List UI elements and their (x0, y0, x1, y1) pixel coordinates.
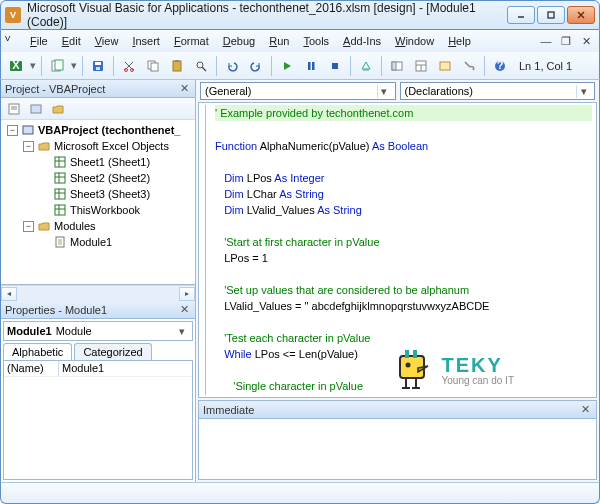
dropdown-icon[interactable]: ▾ (29, 59, 37, 72)
code-line: LValid_Values = " abcdefghijklmnopqrstuv… (215, 298, 592, 314)
menu-view[interactable]: View (88, 33, 126, 49)
dropdown-icon[interactable]: ▾ (70, 59, 78, 72)
mdi-close-button[interactable]: ✕ (577, 33, 595, 49)
code-line (215, 362, 592, 378)
properties-object-combo[interactable]: Module1 Module ▾ (3, 321, 193, 341)
project-panel-header: Project - VBAProject ✕ (1, 80, 195, 98)
property-value[interactable]: Module1 (59, 361, 192, 376)
menu-help[interactable]: Help (441, 33, 478, 49)
view-excel-icon[interactable]: X (5, 55, 27, 77)
close-button[interactable] (567, 6, 595, 24)
svg-rect-10 (96, 67, 100, 70)
code-procedure-combo[interactable]: (Declarations)▾ (400, 82, 596, 100)
toolbox-icon[interactable] (458, 55, 480, 77)
properties-grid[interactable]: (Name) Module1 (3, 360, 193, 480)
app-icon: V (5, 7, 21, 23)
tree-project-root[interactable]: −VBAProject (techonthenet_ (3, 122, 193, 138)
copy-icon[interactable] (142, 55, 164, 77)
mdi-restore-button[interactable]: ❐ (557, 33, 575, 49)
tree-folder-excel-objects[interactable]: −Microsoft Excel Objects (3, 138, 193, 154)
svg-rect-44 (55, 189, 65, 199)
menubar: V FileEditViewInsertFormatDebugRunToolsA… (0, 30, 600, 52)
code-editor[interactable]: ' Example provided by techonthenet.com F… (198, 102, 597, 398)
insert-module-icon[interactable] (46, 55, 68, 77)
code-line: 'Set up values that are considered to be… (215, 282, 592, 298)
tree-sheet2[interactable]: Sheet2 (Sheet2) (3, 170, 193, 186)
design-mode-icon[interactable] (355, 55, 377, 77)
svg-rect-26 (392, 62, 396, 70)
menu-window[interactable]: Window (388, 33, 441, 49)
chevron-down-icon[interactable]: ▾ (576, 85, 590, 98)
svg-rect-16 (151, 63, 158, 71)
svg-rect-47 (55, 205, 65, 215)
view-code-icon[interactable] (4, 99, 24, 119)
menu-edit[interactable]: Edit (55, 33, 88, 49)
maximize-button[interactable] (537, 6, 565, 24)
minimize-button[interactable] (507, 6, 535, 24)
mdi-minimize-button[interactable]: — (537, 33, 555, 49)
toggle-folders-icon[interactable] (48, 99, 68, 119)
properties-panel-close-icon[interactable]: ✕ (177, 303, 191, 317)
code-object-combo[interactable]: (General)▾ (200, 82, 396, 100)
project-explorer-icon[interactable] (386, 55, 408, 77)
code-line: Dim LChar As String (215, 186, 592, 202)
chevron-down-icon[interactable]: ▾ (175, 325, 189, 338)
break-icon[interactable] (300, 55, 322, 77)
code-line: While LPos <= Len(pValue) (215, 346, 592, 362)
menu-tools[interactable]: Tools (296, 33, 336, 49)
immediate-window[interactable]: Immediate✕ (198, 400, 597, 480)
menu-run[interactable]: Run (262, 33, 296, 49)
svg-rect-36 (31, 105, 41, 113)
project-tree[interactable]: −VBAProject (techonthenet_ −Microsoft Ex… (1, 120, 195, 285)
tab-alphabetic[interactable]: Alphabetic (3, 343, 72, 360)
svg-rect-37 (23, 126, 33, 134)
code-line (215, 266, 592, 282)
tree-sheet3[interactable]: Sheet3 (Sheet3) (3, 186, 193, 202)
code-line (215, 122, 592, 138)
svg-rect-38 (55, 157, 65, 167)
svg-rect-9 (95, 62, 101, 65)
tab-categorized[interactable]: Categorized (74, 343, 151, 360)
svg-point-13 (125, 68, 128, 71)
svg-text:X: X (12, 59, 20, 71)
chevron-down-icon[interactable]: ▾ (377, 85, 391, 98)
property-row[interactable]: (Name) Module1 (4, 361, 192, 377)
statusbar (0, 482, 600, 504)
toolbar: X ▾ ▾ ? Ln 1, Col 1 (0, 52, 600, 80)
code-line: 'Start at first character in pValue (215, 234, 592, 250)
view-object-icon[interactable] (26, 99, 46, 119)
reset-icon[interactable] (324, 55, 346, 77)
tree-module1[interactable]: Module1 (3, 234, 193, 250)
cut-icon[interactable] (118, 55, 140, 77)
menu-format[interactable]: Format (167, 33, 216, 49)
svg-rect-18 (175, 60, 179, 62)
svg-line-20 (202, 67, 206, 71)
redo-icon[interactable] (245, 55, 267, 77)
help-icon[interactable]: ? (489, 55, 511, 77)
properties-panel: Properties - Module1 ✕ Module1 Module ▾ … (1, 301, 195, 482)
system-menu-icon[interactable]: V (5, 34, 19, 48)
svg-rect-23 (332, 63, 338, 69)
save-icon[interactable] (87, 55, 109, 77)
code-line: LPos = 1 (215, 250, 592, 266)
project-hscroll[interactable]: ◂▸ (1, 285, 195, 301)
code-line: 'Test each character in pValue (215, 330, 592, 346)
properties-window-icon[interactable] (410, 55, 432, 77)
menu-debug[interactable]: Debug (216, 33, 262, 49)
tree-thisworkbook[interactable]: ThisWorkbook (3, 202, 193, 218)
immediate-body[interactable] (199, 419, 596, 479)
tree-sheet1[interactable]: Sheet1 (Sheet1) (3, 154, 193, 170)
menu-add-ins[interactable]: Add-Ins (336, 33, 388, 49)
immediate-close-icon[interactable]: ✕ (578, 403, 592, 417)
paste-icon[interactable] (166, 55, 188, 77)
project-panel-close-icon[interactable]: ✕ (177, 82, 191, 96)
find-icon[interactable] (190, 55, 212, 77)
svg-rect-17 (173, 61, 181, 71)
menu-insert[interactable]: Insert (125, 33, 167, 49)
undo-icon[interactable] (221, 55, 243, 77)
run-icon[interactable] (276, 55, 298, 77)
tree-folder-modules[interactable]: −Modules (3, 218, 193, 234)
object-browser-icon[interactable] (434, 55, 456, 77)
svg-text:?: ? (497, 59, 504, 71)
menu-file[interactable]: File (23, 33, 55, 49)
